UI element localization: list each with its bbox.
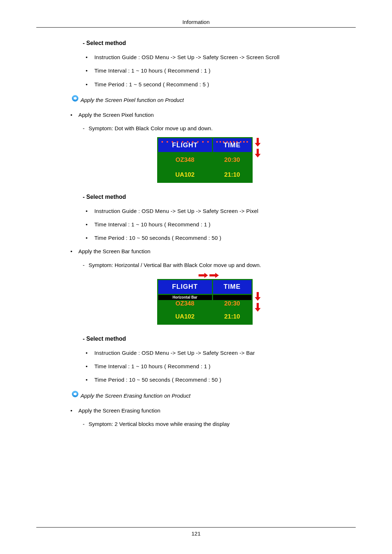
red-arrows-vertical: [255, 138, 261, 157]
board-cell: OZ348: [158, 152, 212, 167]
list-item: Time Interval : 1 ~ 10 hours ( Recommend…: [65, 66, 352, 75]
arrow-down-icon: [255, 149, 261, 157]
list-item: Time Interval : 1 ~ 10 hours ( Recommend…: [65, 220, 352, 229]
list-item: Time Period : 10 ~ 50 seconds ( Recommen…: [65, 234, 352, 242]
select-method-heading-3: - Select method: [83, 336, 352, 342]
apply-erasing: Apply the Screen Erasing function: [65, 406, 352, 415]
list-item: Time Period : 1 ~ 5 second ( Recommend :…: [65, 80, 352, 89]
section1-list: Instruction Guide : OSD Menu -> Set Up -…: [65, 53, 352, 89]
red-arrows-horizontal: [199, 273, 219, 278]
apply-pixel: Apply the Screen Pixel function: [65, 111, 352, 119]
header-rule: [36, 27, 356, 28]
apply-bar: Apply the Screen Bar function: [65, 247, 352, 255]
select-method-heading-2: - Select method: [83, 194, 352, 200]
list-item: Instruction Guide : OSD Menu -> Set Up -…: [65, 349, 352, 357]
section2-list: Instruction Guide : OSD Menu -> Set Up -…: [65, 207, 352, 242]
note-screen-erasing: Apply the Screen Erasing function on Pro…: [65, 391, 352, 400]
board-cell: 21:10: [212, 167, 252, 182]
board-cell: 20:30: [212, 294, 252, 309]
list-item: Time Interval : 1 ~ 10 hours ( Recommend…: [65, 362, 352, 370]
board-head-cell: TIME: [212, 138, 252, 152]
board-head-cell: FLIGHT: [158, 138, 212, 152]
horizontal-bar-label: Horizontal Bar: [158, 295, 212, 300]
board-head-cell: FLIGHT: [158, 279, 212, 294]
arrow-circle-icon: [72, 391, 78, 397]
symptom-bar: Symptom: Horizontal / Vertical Bar with …: [65, 261, 352, 269]
list-item: Instruction Guide : OSD Menu -> Set Up -…: [65, 207, 352, 215]
arrow-down-icon: [255, 292, 261, 301]
symptom-erasing: Symptom: 2 Vertical blocks move while er…: [65, 420, 352, 428]
footer: 121: [36, 527, 356, 537]
arrow-down-icon: [255, 138, 261, 147]
board-cell: UA102: [158, 309, 212, 324]
footer-rule: [36, 527, 356, 528]
arrow-circle-icon: [72, 95, 78, 102]
page-number: 121: [36, 530, 356, 537]
select-method-heading-1: - Select method: [83, 40, 352, 46]
arrow-down-icon: [255, 303, 261, 312]
board-cell: 20:30: [212, 152, 252, 167]
note-screen-pixel: Apply the Screen Pixel function on Produ…: [65, 96, 352, 104]
board-cell: 21:10: [212, 309, 252, 324]
red-arrows-vertical: [255, 292, 261, 312]
figure-flight-board-1: FLIGHT TIME OZ348 20:30 UA102 21:10: [65, 137, 352, 183]
section3-list: Instruction Guide : OSD Menu -> Set Up -…: [65, 349, 352, 384]
board-cell: Horizontal Bar OZ348: [158, 294, 212, 309]
list-item: Time Period : 10 ~ 50 seconds ( Recommen…: [65, 376, 352, 384]
list-item: Instruction Guide : OSD Menu -> Set Up -…: [65, 53, 352, 61]
board-cell: UA102: [158, 167, 212, 182]
content: - Select method Instruction Guide : OSD …: [65, 40, 352, 428]
page-header: Information: [36, 19, 356, 25]
board-head-cell: TIME: [212, 279, 252, 294]
symptom-pixel: Symptom: Dot with Black Color move up an…: [65, 124, 352, 132]
arrow-right-icon: [209, 273, 219, 278]
arrow-right-icon: [199, 273, 208, 278]
